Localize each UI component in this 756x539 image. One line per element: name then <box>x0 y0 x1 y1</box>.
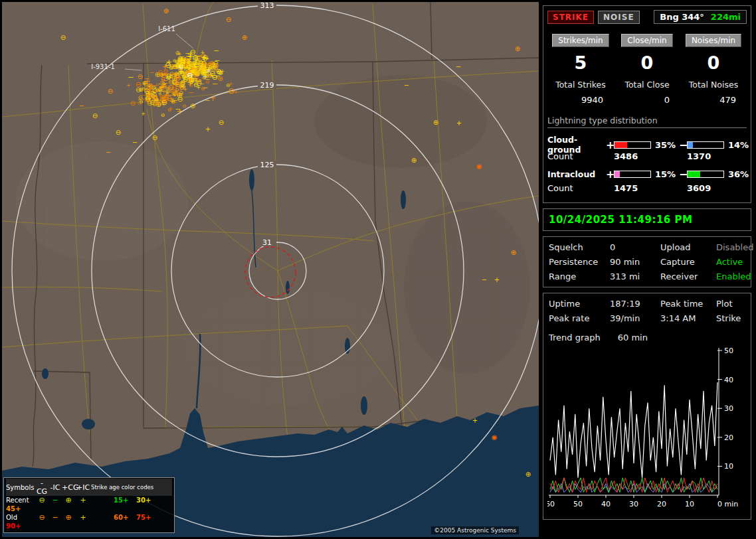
stats-trend-box: Uptime 187:19 Peak time Plot Peak rate 3… <box>543 293 751 520</box>
strike-symbol: + <box>165 92 171 102</box>
legend-age-label: 60+ <box>114 513 136 522</box>
ic-positive-count: 1475 <box>614 183 687 193</box>
squelch-label: Squelch <box>549 242 610 252</box>
legend-column-header: -CG <box>35 479 48 496</box>
close-per-min-value: 0 <box>614 52 680 73</box>
strike-symbol: − <box>79 102 84 110</box>
map-legend: Symbols-CG-IC+CG+ICStrike age color code… <box>3 477 175 533</box>
strike-symbol: ⊖ <box>60 34 66 41</box>
cg-negative-percent: 14% <box>725 140 752 150</box>
status-panel: STRIKE NOISE Bng 344° 224mi Strikes/min … <box>542 0 753 539</box>
intracloud-count-row: Count 1475 3609 <box>547 181 747 194</box>
strike-symbol: − <box>106 149 111 156</box>
ic-negative-percent: 36% <box>725 169 752 179</box>
noise-indicator-button[interactable]: NOISE <box>598 11 640 24</box>
receiver-label: Receiver <box>660 271 716 281</box>
cloud-ground-row: Cloud-ground + 35% − 14% <box>547 135 747 149</box>
noises-per-min-button[interactable]: Noises/min <box>686 34 741 47</box>
strike-symbol: + <box>126 82 130 88</box>
legend-symbol: + <box>75 513 91 522</box>
x-tick-label: 60 <box>547 500 555 508</box>
minus-sign: − <box>679 168 687 181</box>
trend-series-strikes <box>550 382 717 478</box>
distribution-title: Lightning type distribution <box>547 116 747 128</box>
stats-grid: Uptime 187:19 Peak time Plot Peak rate 3… <box>547 297 747 325</box>
strike-symbol: + <box>494 276 500 283</box>
strike-symbol: ⊖ <box>186 75 192 84</box>
peaktime-label: Peak time <box>660 299 716 309</box>
strike-symbol: ⊕ <box>511 249 516 256</box>
strike-symbol: ⊖ <box>138 94 143 101</box>
legend-row-label: Old <box>6 513 35 522</box>
total-close-label: Total Close <box>614 80 680 90</box>
strike-symbol: − <box>174 92 178 98</box>
plus-sign: + <box>606 168 614 181</box>
trend-graph-header: Trend graph 60 min <box>549 333 747 343</box>
strike-symbol: + <box>209 94 216 103</box>
plus-sign: + <box>606 139 614 151</box>
strike-symbol: ⊖ <box>226 16 231 23</box>
strike-symbol: ⊖ <box>138 73 143 80</box>
strike-symbol: + <box>183 60 189 69</box>
strike-symbol: − <box>188 88 194 97</box>
x-tick-label: 0 min <box>717 500 738 508</box>
total-strikes-value: 9940 <box>547 95 614 105</box>
range-ring-label: 31 <box>262 238 272 247</box>
peaktime-value: 3:14 AM <box>660 313 716 323</box>
legend-age-label: 15+ <box>114 496 136 504</box>
legend-column-header: +IC <box>75 483 91 492</box>
strike-symbol: + <box>456 119 462 127</box>
strike-symbol: ⊕ <box>153 100 158 107</box>
trend-graph-label: Trend graph <box>549 333 601 343</box>
cg-positive-gauge <box>614 141 651 149</box>
legend-age-label: 45+ <box>6 504 35 513</box>
strike-symbol: ⊕ <box>515 45 520 52</box>
legend-symbol: ⊕ <box>62 513 75 522</box>
strike-indicator-button[interactable]: STRIKE <box>547 11 594 24</box>
strike-symbol: − <box>213 46 219 54</box>
x-tick-label: 20 <box>657 500 666 508</box>
capture-status: Active <box>716 257 753 267</box>
cg-negative-count: 1370 <box>687 151 747 161</box>
plot-label: Plot <box>716 299 745 309</box>
ic-positive-percent: 15% <box>652 169 679 179</box>
total-strikes-label: Total Strikes <box>547 80 614 90</box>
strike-symbol: + <box>233 88 238 95</box>
bearing-distance: 224mi <box>711 12 741 22</box>
settings-grid: Squelch 0 Upload Disabled Persistence 90… <box>547 241 747 283</box>
strike-symbol: ⊕ <box>146 92 151 98</box>
legend-symbol: ⊕ <box>62 496 75 504</box>
strike-symbol: ⊖ <box>161 112 165 118</box>
strike-symbol: ⊖ <box>173 71 177 77</box>
legend-symbol: + <box>75 496 91 504</box>
radar-map[interactable]: 31321912531 ⊖⊖⊖+⊖⊖⊖+−⊖+⊖⊖−⊖⊖⊖−⊖−⊖⊕⊖⊖⊖−⊕+… <box>2 2 539 537</box>
strike-symbol: − <box>149 68 155 76</box>
strike-symbol: ⊖ <box>182 103 186 109</box>
strike-symbol: ⊕ <box>215 62 219 68</box>
bearing-readout: Bng 344° 224mi <box>654 10 747 24</box>
strike-symbol: ⊖ <box>217 68 222 76</box>
legend-symbols-title: Symbols <box>6 483 35 492</box>
strike-symbol: ⊖ <box>163 67 168 74</box>
strike-symbol: − <box>482 276 487 283</box>
legend-column-header: +CG <box>62 483 75 492</box>
close-per-min-button[interactable]: Close/min <box>621 34 672 47</box>
rates-box: STRIKE NOISE Bng 344° 224mi Strikes/min … <box>543 5 751 203</box>
legend-column-header: -IC <box>48 483 62 492</box>
road-label: I-931-1 <box>91 63 115 70</box>
legend-age-label: 75+ <box>136 513 163 522</box>
strike-symbol: − <box>404 82 409 89</box>
trend-window-value: 60 min <box>618 333 648 343</box>
legend-symbol: − <box>48 496 62 504</box>
noises-per-min-column: Noises/min 0 Total Noises 479 <box>680 33 747 105</box>
strike-symbol: − <box>163 76 169 84</box>
strike-symbol: ⊖ <box>205 78 209 85</box>
ic-negative-count: 3609 <box>687 183 747 193</box>
settings-box: Squelch 0 Upload Disabled Persistence 90… <box>543 236 751 287</box>
strike-symbol: ⊖ <box>116 129 121 136</box>
strikes-per-min-button[interactable]: Strikes/min <box>552 34 609 47</box>
count-label: Count <box>547 183 614 193</box>
legend-age-label: 30+ <box>136 496 163 504</box>
noises-per-min-value: 0 <box>680 52 747 73</box>
total-noises-label: Total Noises <box>680 80 747 90</box>
